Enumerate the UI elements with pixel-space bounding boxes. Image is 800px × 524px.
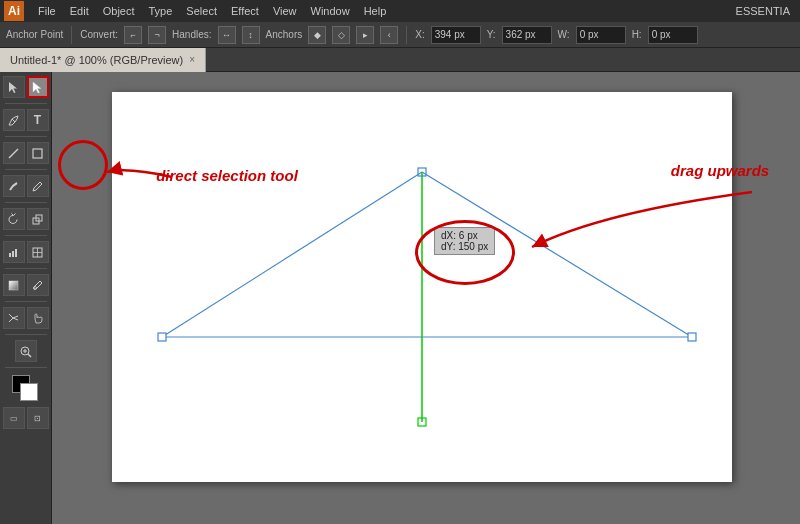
convert-btn-2[interactable]: ¬ — [148, 26, 166, 44]
main-area: T — [0, 72, 800, 524]
x-input[interactable] — [431, 26, 481, 44]
misc-tools-row — [3, 307, 49, 329]
transform-tools-row — [3, 208, 49, 230]
menu-help[interactable]: Help — [358, 3, 393, 19]
gradient-tool[interactable] — [3, 274, 25, 296]
view-mode-row: ▭ ⊡ — [3, 407, 49, 429]
canvas-area: dX: 6 px dY: 150 px direct selection too… — [52, 72, 800, 524]
svg-line-0 — [9, 149, 18, 158]
convert-btn-1[interactable]: ⌐ — [124, 26, 142, 44]
svg-line-20 — [162, 172, 422, 337]
rotate-tool[interactable] — [3, 208, 25, 230]
menu-object[interactable]: Object — [97, 3, 141, 19]
svg-rect-27 — [688, 333, 696, 341]
app-logo: Ai — [4, 1, 24, 21]
video-mode-btn[interactable]: ⊡ — [27, 407, 49, 429]
anchor-point-label: Anchor Point — [6, 29, 63, 40]
graph-tool[interactable] — [3, 241, 25, 263]
svg-line-14 — [13, 316, 18, 318]
shape-tool[interactable] — [27, 142, 49, 164]
handles-btn-2[interactable]: ↕ — [242, 26, 260, 44]
menu-file[interactable]: File — [32, 3, 62, 19]
anchors-btn-2[interactable]: ◇ — [332, 26, 350, 44]
graph-tools-row — [3, 241, 49, 263]
svg-rect-26 — [158, 333, 166, 341]
selection-tools-row — [3, 76, 49, 98]
anchors-btn-3[interactable]: ▸ — [356, 26, 374, 44]
workspace-label: ESSENTIA — [736, 5, 796, 17]
line-tool[interactable] — [3, 142, 25, 164]
zoom-tool[interactable] — [15, 340, 37, 362]
eyedropper-tool[interactable] — [27, 274, 49, 296]
menu-type[interactable]: Type — [143, 3, 179, 19]
anchors-label: Anchors — [266, 29, 303, 40]
pen-tool[interactable] — [3, 109, 25, 131]
svg-line-13 — [9, 318, 13, 322]
menu-bar: Ai File Edit Object Type Select Effect V… — [0, 0, 800, 22]
y-input[interactable] — [502, 26, 552, 44]
menu-effect[interactable]: Effect — [225, 3, 265, 19]
svg-line-15 — [13, 318, 18, 320]
background-color[interactable] — [20, 383, 38, 401]
menu-edit[interactable]: Edit — [64, 3, 95, 19]
w-input[interactable] — [576, 26, 626, 44]
options-bar: Anchor Point Convert: ⌐ ¬ Handles: ↔ ↕ A… — [0, 22, 800, 48]
h-label: H: — [632, 29, 642, 40]
direct-selection-tool[interactable] — [27, 76, 49, 98]
scissors-tool[interactable] — [3, 307, 25, 329]
brush-tools-row — [3, 175, 49, 197]
type-tool[interactable]: T — [27, 109, 49, 131]
svg-line-12 — [9, 314, 13, 318]
toolbar: T — [0, 72, 52, 524]
handles-label: Handles: — [172, 29, 211, 40]
selection-tool[interactable] — [3, 76, 25, 98]
document-tab[interactable]: Untitled-1* @ 100% (RGB/Preview) × — [0, 48, 206, 72]
anchors-btn-1[interactable]: ◆ — [308, 26, 326, 44]
y-label: Y: — [487, 29, 496, 40]
document-canvas[interactable]: dX: 6 px dY: 150 px — [112, 92, 732, 482]
menu-select[interactable]: Select — [180, 3, 223, 19]
hand-tool[interactable] — [27, 307, 49, 329]
svg-line-17 — [28, 354, 31, 357]
tool-circle-annotation — [58, 140, 108, 190]
svg-rect-6 — [15, 249, 17, 257]
screen-mode-btn[interactable]: ▭ — [3, 407, 25, 429]
pen-tools-row: T — [3, 109, 49, 131]
tab-bar: Untitled-1* @ 100% (RGB/Preview) × — [0, 48, 800, 72]
tab-close-btn[interactable]: × — [189, 54, 195, 65]
tab-title: Untitled-1* @ 100% (RGB/Preview) — [10, 54, 183, 66]
svg-rect-5 — [12, 251, 14, 257]
svg-rect-1 — [33, 149, 42, 158]
scale-tool[interactable] — [27, 208, 49, 230]
menu-window[interactable]: Window — [305, 3, 356, 19]
menu-view[interactable]: View — [267, 3, 303, 19]
anchors-btn-4[interactable]: ‹ — [380, 26, 398, 44]
svg-rect-4 — [9, 253, 11, 257]
svg-line-21 — [422, 172, 692, 337]
pencil-tool[interactable] — [27, 175, 49, 197]
convert-label: Convert: — [80, 29, 118, 40]
x-label: X: — [415, 29, 424, 40]
zoom-tools-row — [15, 340, 37, 362]
mesh-tool[interactable] — [27, 241, 49, 263]
h-input[interactable] — [648, 26, 698, 44]
brush-tool[interactable] — [3, 175, 25, 197]
handles-btn-1[interactable]: ↔ — [218, 26, 236, 44]
w-label: W: — [558, 29, 570, 40]
shape-tools-row — [3, 142, 49, 164]
svg-rect-10 — [9, 281, 18, 290]
color-tools-row — [3, 274, 49, 296]
